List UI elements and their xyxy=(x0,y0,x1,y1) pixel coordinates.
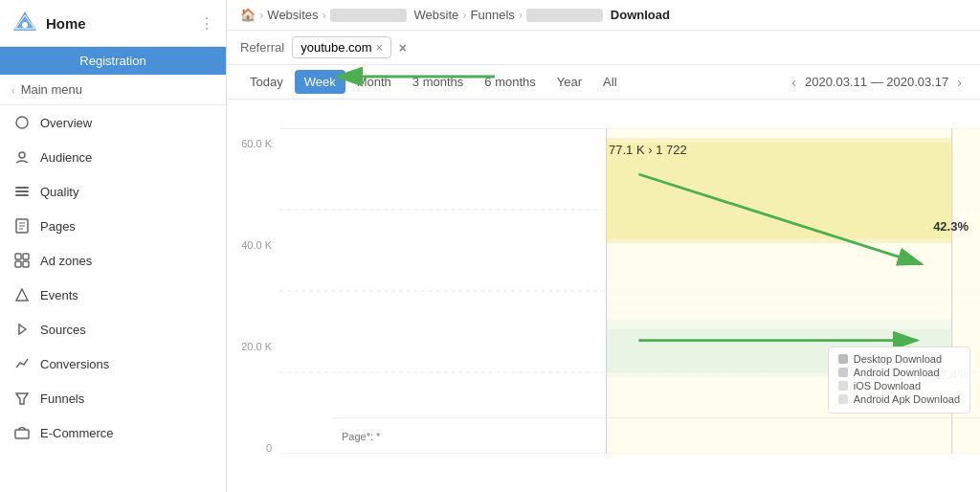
filter-tag: youtube.com × xyxy=(292,36,390,58)
events-icon xyxy=(13,286,31,303)
tab-all[interactable]: All xyxy=(593,70,626,94)
svg-rect-13 xyxy=(23,254,29,259)
breadcrumb-download: Download xyxy=(607,8,670,22)
filter-bar: Referral youtube.com × × xyxy=(227,31,980,65)
page-label: Page*: * xyxy=(332,427,390,446)
svg-marker-17 xyxy=(19,324,26,334)
date-next-button[interactable]: › xyxy=(952,73,967,92)
sidebar-item-funnels[interactable]: Funnels xyxy=(0,381,226,415)
home-icon[interactable]: 🏠 xyxy=(240,8,256,22)
svg-marker-16 xyxy=(16,289,28,301)
legend-item-apk: Android Apk Download xyxy=(838,393,960,405)
sidebar-item-sources[interactable]: Sources xyxy=(0,312,226,347)
breadcrumb-website-label: Website xyxy=(411,8,458,22)
y-label-20k: 20.0 K xyxy=(241,341,272,352)
main-content: 🏠 › Websites › Website › Funnels › Downl… xyxy=(227,0,980,492)
sidebar-item-conversions[interactable]: Conversions xyxy=(0,347,226,381)
svg-rect-12 xyxy=(15,254,21,259)
legend-label-ios: iOS Download xyxy=(854,380,921,391)
svg-rect-5 xyxy=(15,187,29,189)
date-navigation: ‹ 2020.03.11 — 2020.03.17 › xyxy=(787,73,967,92)
chart-area: 60.0 K 40.0 K 20.0 K 0 xyxy=(227,100,980,492)
legend-dot-apk xyxy=(838,394,848,404)
date-range-label: 2020.03.11 — 2020.03.17 xyxy=(805,75,948,89)
legend-item-ios: iOS Download xyxy=(838,380,960,391)
breadcrumb: 🏠 › Websites › Website › Funnels › Downl… xyxy=(227,0,980,31)
overview-icon xyxy=(13,114,31,131)
tab-year[interactable]: Year xyxy=(547,70,591,94)
registration-tab[interactable]: Registration xyxy=(0,47,226,75)
legend-label-apk: Android Apk Download xyxy=(854,393,960,405)
sidebar-item-ecommerce[interactable]: E-Commerce xyxy=(0,415,226,450)
main-menu-label: Main menu xyxy=(21,82,82,97)
tooltip-value: 77.1 K › 1 722 xyxy=(609,143,687,157)
legend-dot-desktop xyxy=(838,354,848,364)
legend-item-desktop: Desktop Download xyxy=(838,353,960,365)
filter-clear-button[interactable]: × xyxy=(399,40,407,56)
legend-dot-android xyxy=(838,368,848,377)
tab-3months[interactable]: 3 months xyxy=(403,70,473,94)
sidebar-item-label: Sources xyxy=(40,323,86,337)
sidebar-item-label: Audience xyxy=(40,150,92,165)
breadcrumb-websites[interactable]: Websites xyxy=(267,8,318,22)
sidebar-item-label: Events xyxy=(40,288,78,302)
tab-week[interactable]: Week xyxy=(295,70,345,94)
sidebar-item-quality[interactable]: Quality xyxy=(0,174,226,209)
chevron-left-icon: ‹ xyxy=(11,84,15,96)
svg-rect-7 xyxy=(15,194,29,196)
y-axis: 60.0 K 40.0 K 20.0 K 0 xyxy=(227,138,279,454)
legend-label-android: Android Download xyxy=(854,367,940,378)
filter-tag-remove[interactable]: × xyxy=(376,41,383,55)
chart-inner: 60.0 K 40.0 K 20.0 K 0 xyxy=(227,109,980,492)
chart-tooltip: 77.1 K › 1 722 xyxy=(609,143,687,157)
chart-svg-container: 77.1 K › 1 722 42.3% 17.4% xyxy=(279,128,980,454)
sidebar-item-label: E-Commerce xyxy=(40,426,114,440)
tab-6months[interactable]: 6 months xyxy=(475,70,545,94)
conversions-icon xyxy=(13,355,31,372)
chart-legend: Desktop Download Android Download iOS Do… xyxy=(828,347,970,414)
filter-label: Referral xyxy=(240,40,284,55)
sidebar-item-label: Overview xyxy=(40,116,92,130)
sidebar-item-overview[interactable]: Overview xyxy=(0,105,226,140)
sidebar: Home ⋮ Registration ‹ Main menu Overview… xyxy=(0,0,227,492)
sidebar-item-pages[interactable]: Pages xyxy=(0,209,226,243)
sidebar-item-label: Quality xyxy=(40,185,78,199)
ecommerce-icon xyxy=(13,424,31,441)
chart-bottom: Page*: * xyxy=(332,417,980,454)
funnels-icon xyxy=(13,390,31,407)
sidebar-item-ad-zones[interactable]: Ad zones xyxy=(0,243,226,278)
svg-marker-30 xyxy=(607,143,952,238)
breadcrumb-website-name xyxy=(330,9,407,22)
audience-icon xyxy=(13,148,31,166)
breadcrumb-funnels[interactable]: Funnels xyxy=(471,8,515,22)
logo-icon xyxy=(11,10,38,36)
legend-item-android: Android Download xyxy=(838,367,960,378)
sidebar-item-events[interactable]: Events xyxy=(0,278,226,312)
svg-rect-6 xyxy=(15,190,29,192)
app-title: Home xyxy=(46,15,86,32)
y-label-60k: 60.0 K xyxy=(241,138,272,149)
sidebar-item-label: Conversions xyxy=(40,357,109,371)
y-label-40k: 40.0 K xyxy=(241,239,272,251)
main-menu-item[interactable]: ‹ Main menu xyxy=(0,75,226,105)
sidebar-header: Home ⋮ xyxy=(0,0,226,47)
tab-today[interactable]: Today xyxy=(240,70,293,94)
sidebar-item-audience[interactable]: Audience xyxy=(0,140,226,174)
svg-rect-19 xyxy=(15,430,29,438)
quality-icon xyxy=(13,183,31,200)
sidebar-menu-icon[interactable]: ⋮ xyxy=(199,14,214,33)
sidebar-logo: Home xyxy=(11,10,86,36)
sidebar-item-label: Ad zones xyxy=(40,254,92,268)
tab-month[interactable]: Month xyxy=(347,70,401,94)
svg-point-3 xyxy=(16,117,28,128)
svg-point-4 xyxy=(19,152,25,158)
sidebar-item-label: Funnels xyxy=(40,391,84,406)
sidebar-item-label: Pages xyxy=(40,219,76,234)
pct-high-label: 42.3% xyxy=(933,219,969,234)
svg-marker-18 xyxy=(16,393,28,404)
svg-rect-15 xyxy=(23,261,29,267)
legend-dot-ios xyxy=(838,381,848,391)
legend-label-desktop: Desktop Download xyxy=(854,353,942,365)
pages-icon xyxy=(13,217,31,235)
date-prev-button[interactable]: ‹ xyxy=(787,73,801,92)
